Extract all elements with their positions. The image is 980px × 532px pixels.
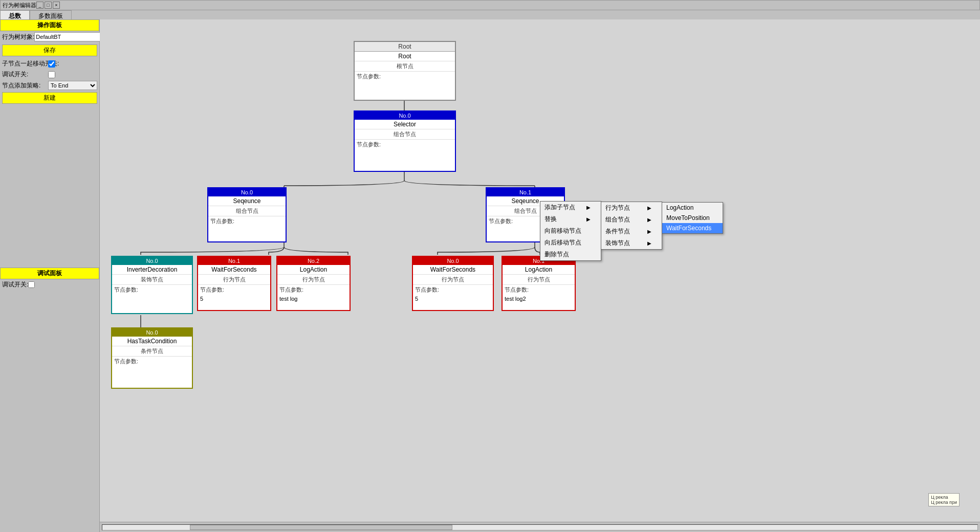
wait2-params-value: 5 <box>413 295 493 310</box>
root-node-params-label: 节点参数: <box>355 72 455 81</box>
seq-left-title: Seqeunce <box>208 196 286 206</box>
log2-label: 行为节点 <box>503 275 575 285</box>
canvas-note-line2: Ц рекла при <box>931 500 957 505</box>
wait2-title: WaitForSeconds <box>413 265 493 275</box>
action-arrow: ▶ <box>647 205 651 211</box>
move-with-children-row: 子节点一起移动开关: <box>0 58 99 69</box>
selector-node-params-label: 节点参数: <box>355 140 455 149</box>
seq-left-params-value <box>208 226 286 241</box>
log1-label: 行为节点 <box>277 275 350 285</box>
debug-section-header: 调试面板 <box>0 268 99 279</box>
bt-name-label: 行为树对象: <box>2 33 34 41</box>
condition-title: HasTaskCondition <box>112 337 192 346</box>
log1-params-label: 节点参数: <box>277 285 350 295</box>
log2-title: LogAction <box>503 265 575 275</box>
bt-name-row: 行为树对象: <box>0 31 99 42</box>
wait1-node[interactable]: No.1 WaitForSeconds 行为节点 节点参数: 5 <box>197 256 271 311</box>
action-logaction[interactable]: LogAction <box>662 203 723 213</box>
wait2-header: No.0 <box>413 257 493 265</box>
inverter-params-value <box>112 295 192 313</box>
horizontal-scrollbar[interactable] <box>100 522 980 532</box>
seq-left-header: No.0 <box>208 188 286 196</box>
menu-add-child[interactable]: 添加子节点 ▶ <box>540 202 601 213</box>
decorator-arrow: ▶ <box>647 240 651 246</box>
move-with-children-checkbox[interactable] <box>48 60 55 68</box>
scrollbar-track[interactable] <box>102 524 978 530</box>
seq-left-params-label: 节点参数: <box>208 216 286 226</box>
canvas-area[interactable]: Root Root 根节点 节点参数: No.0 Selector 组合节点 节… <box>100 19 980 522</box>
move-with-children-label: 子节点一起移动开关: <box>2 59 48 68</box>
log2-node[interactable]: No.1 LogAction 行为节点 节点参数: test log2 <box>502 256 576 311</box>
composite-arrow: ▶ <box>647 217 651 223</box>
condition-arrow: ▶ <box>647 229 651 234</box>
root-node-header: Root <box>355 42 455 52</box>
bt-name-input[interactable] <box>34 32 108 41</box>
selector-node-title: Selector <box>355 120 455 129</box>
wait1-params-value: 5 <box>198 295 270 310</box>
menu-move-backward[interactable]: 向后移动节点 <box>540 237 601 249</box>
debug-switch-row: 调试开关: <box>0 69 99 80</box>
selector-node-header: No.0 <box>355 112 455 120</box>
log1-header: No.2 <box>277 257 350 265</box>
menu-delete[interactable]: 删除节点 <box>540 249 601 260</box>
log1-node[interactable]: No.2 LogAction 行为节点 节点参数: test log <box>276 256 351 311</box>
maximize-button[interactable]: □ <box>45 2 52 9</box>
log2-params-label: 节点参数: <box>503 285 575 295</box>
add-child-arrow: ▶ <box>586 205 591 210</box>
log1-params-value: test log <box>277 295 350 310</box>
condition-header: No.0 <box>112 328 192 337</box>
inverter-node[interactable]: No.0 InverterDecoration 装饰节点 节点参数: <box>111 256 193 314</box>
inverter-label: 装饰节点 <box>112 275 192 285</box>
inverter-title: InverterDecoration <box>112 265 192 275</box>
operation-header: 操作面板 <box>0 19 99 31</box>
main-window: 行为树编辑器 _ □ × 总数 多数面板 操作面板 行为树对象: 保存 子节点一… <box>0 0 980 532</box>
add-desc-select[interactable]: To End <box>48 81 97 90</box>
debug-switch2-checkbox[interactable] <box>28 281 35 288</box>
debug-switch2-label: 调试开关: <box>2 280 28 289</box>
wait1-header: No.1 <box>198 257 270 265</box>
new-button[interactable]: 新建 <box>2 92 97 104</box>
wait2-label: 行为节点 <box>413 275 493 285</box>
selector-node[interactable]: No.0 Selector 组合节点 节点参数: <box>354 110 456 172</box>
condition-params-label: 节点参数: <box>112 357 192 366</box>
wait2-node[interactable]: No.0 WaitForSeconds 行为节点 节点参数: 5 <box>412 256 494 311</box>
wait1-label: 行为节点 <box>198 275 270 285</box>
inverter-params-label: 节点参数: <box>112 285 192 295</box>
submenu-action-items[interactable]: LogAction MoveToPosition WaitForSeconds <box>662 202 723 234</box>
context-menu[interactable]: 添加子节点 ▶ 替换 ▶ 向前移动节点 向后移动节点 删除节点 行为节点 ▶ <box>540 201 601 261</box>
inverter-header: No.0 <box>112 257 192 265</box>
title-bar-buttons: _ □ × <box>36 2 60 9</box>
submenu-action-node[interactable]: 行为节点 ▶ <box>601 202 662 214</box>
title-text: 行为树编辑器 <box>3 2 36 9</box>
menu-replace[interactable]: 替换 ▶ <box>540 213 601 225</box>
submenu-add-child[interactable]: 行为节点 ▶ 组合节点 ▶ 条件节点 ▶ 装饰节点 ▶ LogAction <box>601 202 662 250</box>
canvas-note: Ц рекла Ц рекла при <box>928 493 960 506</box>
root-node[interactable]: Root Root 根节点 节点参数: <box>354 41 456 101</box>
wait1-title: WaitForSeconds <box>198 265 270 275</box>
seq-left-node[interactable]: No.0 Seqeunce 组合节点 节点参数: <box>207 187 287 242</box>
submenu-composite-node[interactable]: 组合节点 ▶ <box>601 214 662 226</box>
log2-params-value: test log2 <box>503 295 575 310</box>
add-desc-label: 节点添加策略: <box>2 81 48 90</box>
debug-switch2-row: 调试开关: <box>0 279 99 290</box>
debug-switch-checkbox[interactable] <box>48 71 55 78</box>
debug-switch-label: 调试开关: <box>2 70 48 79</box>
seq-right-header: No.1 <box>487 188 564 196</box>
root-node-title: Root <box>355 52 455 61</box>
minimize-button[interactable]: _ <box>36 2 43 9</box>
submenu-condition-node[interactable]: 条件节点 ▶ <box>601 226 662 237</box>
root-node-params-value <box>355 81 455 100</box>
condition-node[interactable]: No.0 HasTaskCondition 条件节点 节点参数: <box>111 327 193 389</box>
selector-node-label: 组合节点 <box>355 129 455 140</box>
canvas-note-line1: Ц рекла <box>931 495 957 500</box>
action-movetoposition[interactable]: MoveToPosition <box>662 213 723 223</box>
close-button[interactable]: × <box>53 2 60 9</box>
root-node-label: 根节点 <box>355 61 455 72</box>
menu-move-forward[interactable]: 向前移动节点 <box>540 225 601 237</box>
title-bar: 行为树编辑器 _ □ × <box>0 0 980 10</box>
add-desc-row: 节点添加策略: To End <box>0 80 99 91</box>
wait1-params-label: 节点参数: <box>198 285 270 295</box>
scrollbar-thumb[interactable] <box>190 525 452 530</box>
submenu-decorator-node[interactable]: 装饰节点 ▶ <box>601 237 662 249</box>
action-waitforseconds[interactable]: WaitForSeconds <box>662 223 723 233</box>
